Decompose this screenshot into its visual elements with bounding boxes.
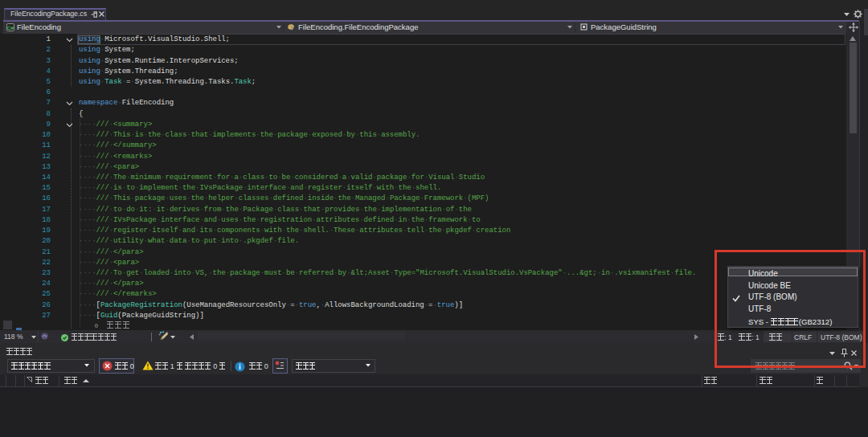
svg-text:C#: C# (7, 24, 14, 30)
